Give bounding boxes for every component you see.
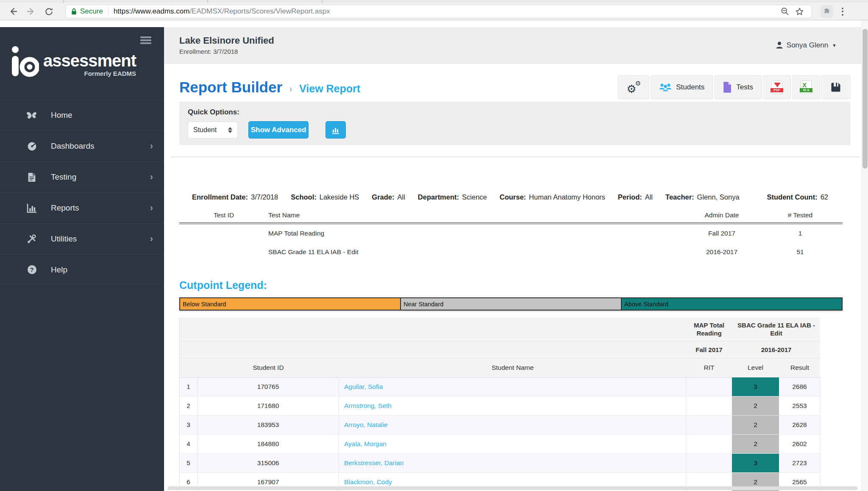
browser-menu-button[interactable]	[837, 5, 848, 18]
browser-extension-button[interactable]	[821, 5, 833, 18]
sidebar-item-reports[interactable]: Reports ›	[0, 192, 164, 223]
quick-options-panel: Quick Options: Student Show Advanced	[179, 102, 850, 145]
student-id: 184880	[198, 435, 339, 453]
meta-grade: Grade:All	[372, 193, 405, 201]
security-status[interactable]: Secure	[71, 7, 103, 16]
sidebar-toggle-button[interactable]	[140, 36, 151, 44]
logo-subtitle: Formerly EADMS	[84, 70, 136, 77]
student-scores-table: MAP Total Reading SBAC Grade 11 ELA IAB …	[179, 317, 820, 491]
student-id: 171680	[198, 397, 339, 415]
sidebar-item-dashboards[interactable]: Dashboards ›	[0, 130, 164, 161]
students-button[interactable]: Students	[651, 75, 713, 99]
col-student-name: Student Name	[339, 364, 686, 372]
enrollment-date: Enrollment: 3/7/2018	[179, 48, 274, 55]
student-name-link[interactable]: Arroyo, Natalie	[339, 416, 686, 434]
legend-near-standard: Near Standard	[401, 298, 622, 310]
meta-student-count: Student Count:62	[767, 193, 829, 201]
vertical-scrollbar[interactable]	[861, 20, 868, 491]
zoom-out-button[interactable]	[779, 4, 791, 19]
main-content: Lake Elsinore Unified Enrollment: 3/7/20…	[164, 27, 868, 491]
chevron-right-icon: ›	[150, 203, 153, 214]
student-id: 170765	[198, 377, 339, 396]
col-result: Result	[779, 364, 821, 372]
sidebar-item-label: Utilities	[51, 234, 77, 244]
report-type-value: Student	[193, 126, 217, 134]
tests-button[interactable]: Tests	[714, 75, 762, 99]
group-sbac-ela-iab: SBAC Grade 11 ELA IAB - Edit	[732, 317, 821, 341]
district-name: Lake Elsinore Unified	[179, 35, 274, 46]
io-logo-icon	[11, 46, 39, 77]
gears-icon: ⚙⚙	[626, 81, 641, 94]
chart-view-button[interactable]	[326, 121, 346, 139]
level-score: 3	[732, 377, 779, 396]
save-report-button[interactable]	[821, 75, 850, 99]
back-button[interactable]	[6, 4, 20, 19]
app-logo: assessment Formerly EADMS	[0, 27, 164, 77]
show-advanced-button[interactable]: Show Advanced	[248, 121, 309, 139]
refresh-button[interactable]	[42, 4, 56, 19]
student-id: 183953	[198, 416, 339, 434]
tests-button-label: Tests	[736, 83, 753, 92]
user-menu[interactable]: Sonya Glenn ▼	[776, 41, 837, 50]
sidebar-item-label: Home	[51, 111, 72, 120]
test-name: MAP Total Reading	[268, 230, 686, 237]
student-name-link[interactable]: Berkstresser, Darian	[339, 454, 686, 472]
term-2016-2017: 2016-2017	[732, 341, 821, 358]
report-settings-button[interactable]: ⚙⚙	[618, 75, 649, 99]
extension-icon	[823, 8, 831, 15]
tests-icon	[723, 81, 732, 93]
test-admin-date: Fall 2017	[686, 230, 758, 237]
tests-table-header: Test ID Test Name Admin Date # Tested	[179, 208, 843, 224]
back-arrow-icon	[8, 6, 18, 17]
test-group-header-row: MAP Total Reading SBAC Grade 11 ELA IAB …	[180, 317, 820, 341]
test-num-tested: 1	[758, 230, 843, 237]
export-pdf-button[interactable]: PDF	[763, 75, 791, 99]
meta-teacher: Teacher:Glenn, Sonya	[665, 193, 740, 201]
tests-table: Test ID Test Name Admin Date # Tested MA…	[179, 208, 843, 261]
breadcrumb: Report Builder › View Report	[179, 79, 360, 99]
sidebar-item-help[interactable]: ? Help	[0, 254, 164, 285]
result-score: 2602	[779, 435, 821, 453]
level-score: 3	[732, 454, 779, 472]
address-bar[interactable]: Secure https://www.eadms.com/EADMSX/Repo…	[65, 5, 812, 18]
vertical-scrollbar-thumb[interactable]	[862, 29, 868, 169]
meta-course: Course:Human Anatomy Honors	[500, 193, 605, 201]
sidebar-item-utilities[interactable]: Utilities ›	[0, 223, 164, 254]
sidebar-item-testing[interactable]: Testing ›	[0, 161, 164, 192]
question-icon: ?	[25, 265, 39, 274]
report-toolbar: ⚙⚙ Students Tests PDF	[618, 75, 850, 99]
students-icon	[659, 82, 672, 92]
export-excel-button[interactable]: X XLS	[792, 75, 820, 99]
sidebar-item-home[interactable]: Home	[0, 100, 164, 130]
horizontal-scrollbar[interactable]	[164, 485, 861, 491]
document-icon	[25, 172, 39, 183]
gauge-icon	[25, 141, 39, 152]
student-name-link[interactable]: Ayala, Morgan	[339, 435, 686, 453]
student-name-link[interactable]: Armstrong, Seth	[339, 397, 686, 415]
section-divider	[171, 156, 860, 158]
report-type-select[interactable]: Student	[188, 122, 238, 139]
column-header-row: Student ID Student Name RIT Level Result	[180, 358, 820, 377]
test-name: SBAC Grade 11 ELA IAB - Edit	[268, 248, 686, 256]
sidebar-item-label: Reports	[51, 203, 79, 213]
col-test-name: Test Name	[268, 211, 686, 219]
level-score: 2	[732, 416, 779, 434]
students-button-label: Students	[676, 83, 704, 92]
chart-icon	[331, 126, 340, 134]
bookmark-button[interactable]	[793, 4, 806, 19]
page-title[interactable]: Report Builder	[179, 79, 282, 96]
secure-label: Secure	[80, 7, 103, 16]
row-number: 4	[180, 435, 198, 453]
forward-button[interactable]	[24, 4, 38, 19]
legend-above-standard: Above Standard	[622, 298, 842, 310]
test-term-row: Fall 2017 2016-2017	[180, 341, 820, 358]
test-row: SBAC Grade 11 ELA IAB - Edit 2016-2017 5…	[179, 243, 843, 261]
meta-school: School:Lakeside HS	[291, 193, 359, 201]
horizontal-scrollbar-thumb[interactable]	[167, 486, 858, 490]
cutpoint-legend-title: Cutpoint Legend:	[179, 279, 850, 291]
excel-icon: X XLS	[801, 80, 812, 94]
meta-enrollment-date: Enrollment Date:3/7/2018	[192, 193, 278, 201]
meta-department: Department:Science	[418, 193, 487, 201]
col-student-id: Student ID	[198, 364, 339, 372]
student-name-link[interactable]: Aguilar, Sofia	[339, 377, 686, 396]
